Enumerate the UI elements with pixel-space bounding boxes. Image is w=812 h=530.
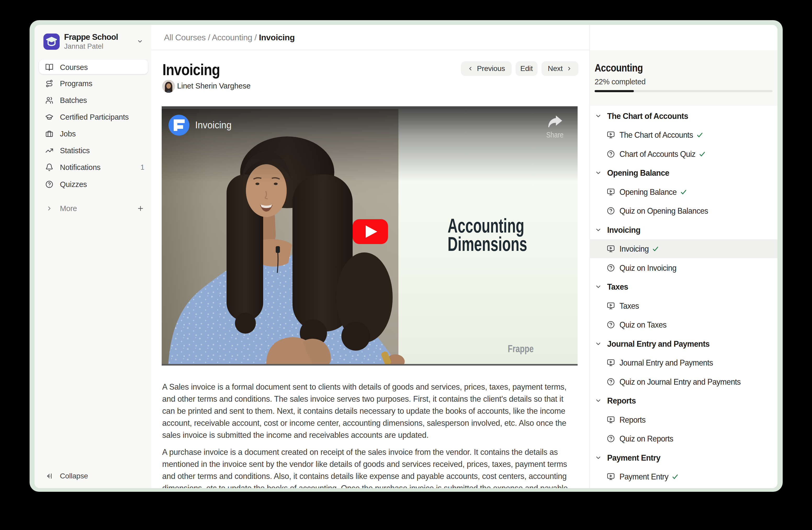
svg-text:Dimensions: Dimensions — [448, 233, 527, 255]
svg-text:Frappe: Frappe — [508, 343, 534, 354]
svg-text:Share: Share — [546, 131, 564, 139]
svg-text:Invoicing: Invoicing — [195, 120, 232, 130]
